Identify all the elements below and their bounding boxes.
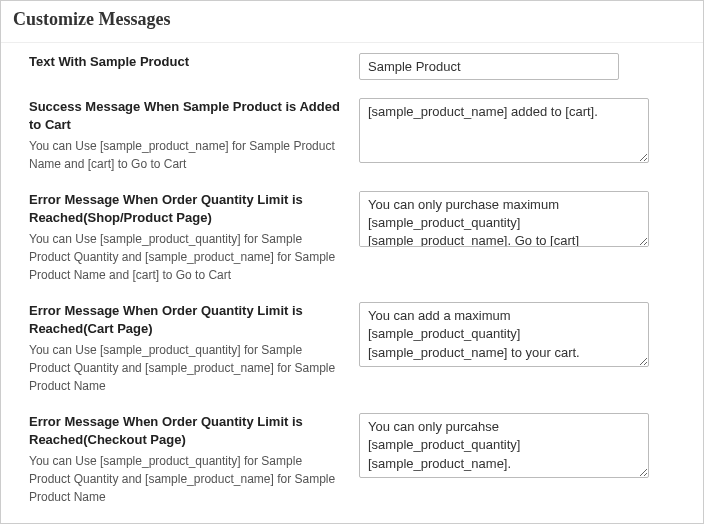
label-success-added: Success Message When Sample Product is A…	[29, 98, 341, 133]
label-sample-text: Text With Sample Product	[29, 53, 341, 71]
help-error-qty-cart: You can Use [sample_product_quantity] fo…	[29, 341, 341, 395]
input-sample-text[interactable]	[359, 53, 619, 80]
row-error-qty-shop: Error Message When Order Quantity Limit …	[29, 191, 675, 284]
page-title: Customize Messages	[1, 1, 703, 36]
textarea-success-added[interactable]: [sample_product_name] added to [cart].	[359, 98, 649, 163]
form-area: Text With Sample Product Success Message…	[1, 53, 703, 524]
row-error-qty-checkout: Error Message When Order Quantity Limit …	[29, 413, 675, 506]
textarea-error-qty-checkout[interactable]: You can only purcahse [sample_product_qu…	[359, 413, 649, 478]
row-error-qty-cart: Error Message When Order Quantity Limit …	[29, 302, 675, 395]
label-error-qty-shop: Error Message When Order Quantity Limit …	[29, 191, 341, 226]
textarea-error-qty-cart[interactable]: You can add a maximum [sample_product_qu…	[359, 302, 649, 367]
label-error-qty-cart: Error Message When Order Quantity Limit …	[29, 302, 341, 337]
row-sample-text: Text With Sample Product	[29, 53, 675, 80]
textarea-error-qty-shop[interactable]: You can only purchase maximum [sample_pr…	[359, 191, 649, 247]
label-error-qty-checkout: Error Message When Order Quantity Limit …	[29, 413, 341, 448]
row-success-added: Success Message When Sample Product is A…	[29, 98, 675, 173]
settings-panel: Customize Messages Text With Sample Prod…	[0, 0, 704, 524]
divider	[1, 42, 703, 43]
help-success-added: You can Use [sample_product_name] for Sa…	[29, 137, 341, 173]
help-error-qty-checkout: You can Use [sample_product_quantity] fo…	[29, 452, 341, 506]
help-error-qty-shop: You can Use [sample_product_quantity] fo…	[29, 230, 341, 284]
